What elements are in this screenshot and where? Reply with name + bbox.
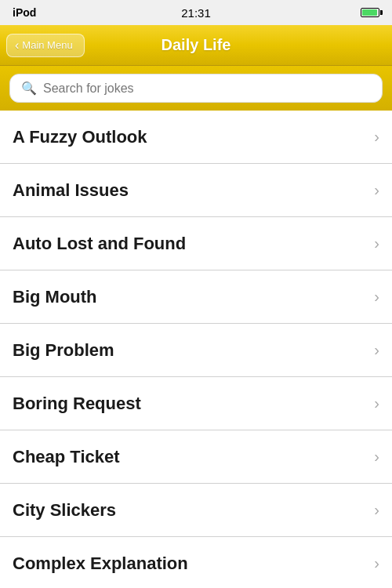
chevron-right-icon: › bbox=[374, 341, 379, 359]
list-item-label: Cheap Ticket bbox=[13, 447, 120, 467]
battery-icon bbox=[361, 8, 379, 17]
list-item[interactable]: A Fuzzy Outlook › bbox=[0, 111, 392, 164]
list-item[interactable]: Big Problem › bbox=[0, 324, 392, 377]
list-item-label: Big Mouth bbox=[13, 287, 97, 307]
list-item-label: Complex Explanation bbox=[13, 554, 188, 574]
status-time: 21:31 bbox=[181, 6, 211, 20]
chevron-right-icon: › bbox=[374, 501, 379, 519]
status-bar: iPod 21:31 bbox=[0, 0, 392, 25]
chevron-right-icon: › bbox=[374, 554, 379, 572]
search-input[interactable] bbox=[43, 82, 371, 96]
list-item[interactable]: Complex Explanation › bbox=[0, 537, 392, 588]
chevron-right-icon: › bbox=[374, 448, 379, 466]
list-item[interactable]: Boring Request › bbox=[0, 377, 392, 430]
status-battery bbox=[361, 8, 379, 17]
list-item-label: Auto Lost and Found bbox=[13, 234, 186, 254]
chevron-right-icon: › bbox=[374, 128, 379, 146]
chevron-right-icon: › bbox=[374, 288, 379, 306]
list-item[interactable]: Cheap Ticket › bbox=[0, 430, 392, 484]
search-bar[interactable]: 🔍 bbox=[9, 74, 383, 103]
list-item-label: Animal Issues bbox=[13, 180, 129, 201]
back-button-label: Main Menu bbox=[22, 39, 72, 51]
list-item[interactable]: Animal Issues › bbox=[0, 164, 392, 217]
search-icon: 🔍 bbox=[21, 81, 37, 96]
chevron-right-icon: › bbox=[374, 234, 379, 252]
list-item[interactable]: Big Mouth › bbox=[0, 270, 392, 324]
device-name: iPod bbox=[13, 6, 36, 19]
back-chevron-icon: ‹ bbox=[15, 38, 19, 53]
page-title: Daily Life bbox=[162, 36, 231, 54]
back-button[interactable]: ‹ Main Menu bbox=[6, 34, 85, 57]
list-item-label: City Slickers bbox=[13, 500, 116, 521]
joke-list: A Fuzzy Outlook › Animal Issues › Auto L… bbox=[0, 111, 392, 588]
nav-bar: ‹ Main Menu Daily Life bbox=[0, 25, 392, 66]
search-container: 🔍 bbox=[0, 66, 392, 111]
list-item[interactable]: City Slickers › bbox=[0, 484, 392, 537]
chevron-right-icon: › bbox=[374, 181, 379, 199]
list-item-label: Boring Request bbox=[13, 394, 141, 414]
chevron-right-icon: › bbox=[374, 394, 379, 412]
list-item-label: Big Problem bbox=[13, 340, 114, 361]
list-item-label: A Fuzzy Outlook bbox=[13, 127, 147, 147]
list-item[interactable]: Auto Lost and Found › bbox=[0, 217, 392, 270]
